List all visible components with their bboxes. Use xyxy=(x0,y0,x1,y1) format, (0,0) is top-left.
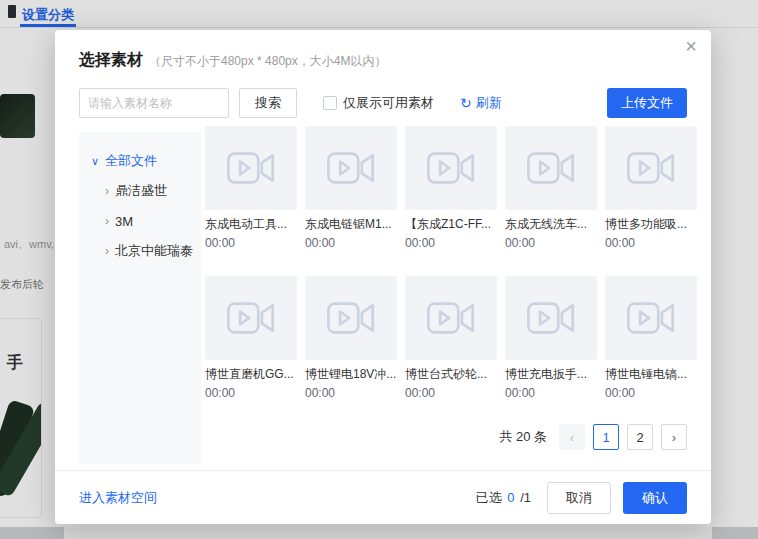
close-icon[interactable]: × xyxy=(685,36,697,56)
available-only-filter: 仅展示可用素材 xyxy=(323,94,434,112)
select-material-dialog: × 选择素材 （尺寸不小于480px * 480px，大小4M以内） 搜索 仅展… xyxy=(55,30,711,524)
material-card[interactable]: 博世充电扳手... 00:00 xyxy=(505,276,597,400)
video-icon xyxy=(426,299,476,337)
selected-count: 已选 0 /1 xyxy=(476,489,531,507)
video-thumbnail xyxy=(305,276,397,360)
material-title: 东成无线洗车... xyxy=(505,216,597,233)
material-duration: 00:00 xyxy=(405,236,497,250)
pagination-total: 共 20 条 xyxy=(499,428,547,446)
video-icon xyxy=(626,299,676,337)
video-icon xyxy=(426,149,476,187)
material-card[interactable]: 东成电动工具... 00:00 xyxy=(205,126,297,250)
refresh-label: 刷新 xyxy=(476,94,502,112)
video-thumbnail xyxy=(405,126,497,210)
dialog-header: 选择素材 （尺寸不小于480px * 480px，大小4M以内） xyxy=(79,50,386,71)
video-icon xyxy=(226,299,276,337)
video-thumbnail xyxy=(205,126,297,210)
upload-file-button[interactable]: 上传文件 xyxy=(607,88,687,118)
cancel-button[interactable]: 取消 xyxy=(547,482,611,514)
material-card[interactable]: 博世台式砂轮... 00:00 xyxy=(405,276,497,400)
chevron-right-icon: › xyxy=(105,244,109,258)
material-duration: 00:00 xyxy=(205,236,297,250)
pagination-prev-button[interactable]: ‹ xyxy=(559,424,585,450)
search-input[interactable] xyxy=(79,88,229,118)
selected-total: /1 xyxy=(520,490,531,505)
material-title: 东成电链锯M1... xyxy=(305,216,397,233)
material-title: 博世直磨机GG... xyxy=(205,366,297,383)
material-grid: 东成电动工具... 00:00 东成电链锯M1... 00:00 【东成Z1C-… xyxy=(205,126,697,400)
toolbar: 搜索 仅展示可用素材 ↻ 刷新 上传文件 xyxy=(79,88,687,118)
chevron-right-icon: › xyxy=(105,184,109,198)
tree-item-label: 鼎洁盛世 xyxy=(115,182,167,200)
pagination-next-button[interactable]: › xyxy=(661,424,687,450)
material-card[interactable]: 博世锂电18V冲... 00:00 xyxy=(305,276,397,400)
folder-tree: ∨ 全部文件 › 鼎洁盛世 › 3M › 北京中能瑞泰 xyxy=(79,132,201,464)
pagination-page-1[interactable]: 1 xyxy=(593,424,619,450)
video-thumbnail xyxy=(605,126,697,210)
video-icon xyxy=(626,149,676,187)
selected-count-value: 0 xyxy=(507,490,514,505)
confirm-button[interactable]: 确认 xyxy=(623,482,687,514)
selected-label: 已选 xyxy=(476,490,502,505)
material-title: 【东成Z1C-FF... xyxy=(405,216,497,233)
material-duration: 00:00 xyxy=(505,386,597,400)
material-duration: 00:00 xyxy=(405,386,497,400)
material-title: 博世台式砂轮... xyxy=(405,366,497,383)
material-duration: 00:00 xyxy=(505,236,597,250)
available-only-label: 仅展示可用素材 xyxy=(343,94,434,112)
tree-item[interactable]: › 3M xyxy=(79,206,201,236)
material-duration: 00:00 xyxy=(305,236,397,250)
material-duration: 00:00 xyxy=(605,236,697,250)
video-thumbnail xyxy=(605,276,697,360)
available-only-checkbox[interactable] xyxy=(323,96,337,110)
dialog-title: 选择素材 xyxy=(79,50,143,71)
video-icon xyxy=(326,149,376,187)
video-icon xyxy=(526,299,576,337)
tree-item-label: 全部文件 xyxy=(105,152,157,170)
material-title: 博世电锤电镐... xyxy=(605,366,697,383)
material-duration: 00:00 xyxy=(205,386,297,400)
tree-item[interactable]: › 北京中能瑞泰 xyxy=(79,236,201,266)
material-duration: 00:00 xyxy=(305,386,397,400)
refresh-button[interactable]: ↻ 刷新 xyxy=(460,94,502,112)
tree-item-label: 3M xyxy=(115,214,133,229)
search-button[interactable]: 搜索 xyxy=(239,88,297,118)
chevron-down-icon: ∨ xyxy=(91,155,99,168)
pagination-page-2[interactable]: 2 xyxy=(627,424,653,450)
dialog-footer: 进入素材空间 已选 0 /1 取消 确认 xyxy=(55,470,711,524)
page: 设置分类 avi、wmv, 发布后轮 手 × 选择素材 （尺寸不小于480px … xyxy=(0,0,758,539)
material-title: 博世多功能吸... xyxy=(605,216,697,233)
video-icon xyxy=(526,149,576,187)
dialog-subtitle: （尺寸不小于480px * 480px，大小4M以内） xyxy=(149,53,386,70)
video-thumbnail xyxy=(305,126,397,210)
material-card[interactable]: 博世多功能吸... 00:00 xyxy=(605,126,697,250)
material-title: 博世锂电18V冲... xyxy=(305,366,397,383)
material-title: 博世充电扳手... xyxy=(505,366,597,383)
video-thumbnail xyxy=(205,276,297,360)
material-card[interactable]: 东成电链锯M1... 00:00 xyxy=(305,126,397,250)
video-thumbnail xyxy=(505,276,597,360)
tree-item-label: 北京中能瑞泰 xyxy=(115,242,193,260)
video-thumbnail xyxy=(505,126,597,210)
material-title: 东成电动工具... xyxy=(205,216,297,233)
material-card[interactable]: 【东成Z1C-FF... 00:00 xyxy=(405,126,497,250)
material-space-link[interactable]: 进入素材空间 xyxy=(79,489,157,507)
video-icon xyxy=(226,149,276,187)
material-card[interactable]: 博世直磨机GG... 00:00 xyxy=(205,276,297,400)
tree-item-all-files[interactable]: ∨ 全部文件 xyxy=(79,146,201,176)
video-icon xyxy=(326,299,376,337)
refresh-icon: ↻ xyxy=(460,95,472,111)
tree-item[interactable]: › 鼎洁盛世 xyxy=(79,176,201,206)
material-duration: 00:00 xyxy=(605,386,697,400)
chevron-right-icon: › xyxy=(105,214,109,228)
pagination: 共 20 条 ‹ 1 2 › xyxy=(499,424,687,450)
video-thumbnail xyxy=(405,276,497,360)
material-card[interactable]: 博世电锤电镐... 00:00 xyxy=(605,276,697,400)
material-card[interactable]: 东成无线洗车... 00:00 xyxy=(505,126,597,250)
